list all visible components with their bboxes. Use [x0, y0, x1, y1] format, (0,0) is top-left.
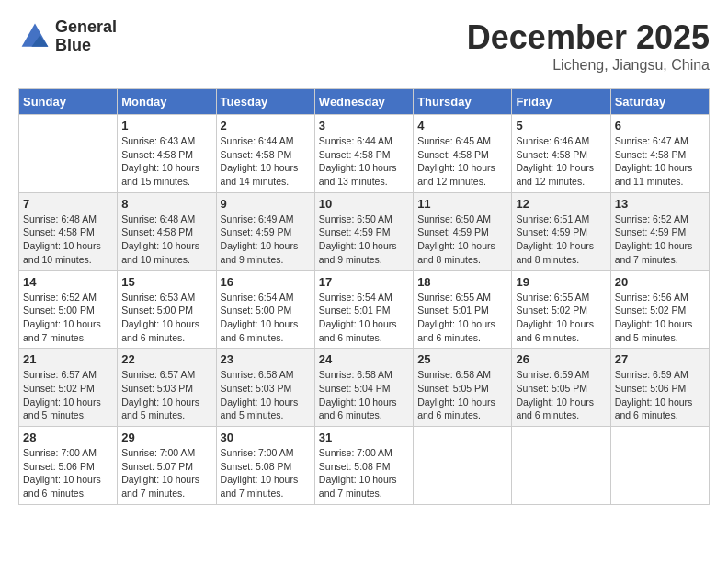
- location: Licheng, Jiangsu, China: [467, 57, 710, 74]
- weekday-header-friday: Friday: [512, 89, 610, 115]
- day-info: Sunrise: 6:46 AM Sunset: 4:58 PM Dayligh…: [516, 134, 606, 189]
- calendar-cell: 24Sunrise: 6:58 AM Sunset: 5:04 PM Dayli…: [314, 349, 413, 427]
- day-number: 20: [615, 275, 705, 289]
- calendar-cell: [610, 427, 709, 505]
- day-number: 23: [221, 352, 311, 366]
- weekday-header-wednesday: Wednesday: [314, 89, 413, 115]
- logo-line1: General: [55, 18, 117, 37]
- day-info: Sunrise: 6:45 AM Sunset: 4:58 PM Dayligh…: [417, 134, 507, 189]
- day-info: Sunrise: 6:58 AM Sunset: 5:03 PM Dayligh…: [221, 368, 311, 422]
- week-row-1: 1Sunrise: 6:43 AM Sunset: 4:58 PM Daylig…: [19, 115, 710, 193]
- day-info: Sunrise: 6:51 AM Sunset: 4:59 PM Dayligh…: [516, 213, 606, 267]
- day-number: 7: [23, 197, 113, 211]
- day-info: Sunrise: 6:54 AM Sunset: 5:01 PM Dayligh…: [319, 291, 409, 345]
- day-number: 3: [319, 119, 409, 132]
- calendar-cell: 5Sunrise: 6:46 AM Sunset: 4:58 PM Daylig…: [512, 115, 610, 193]
- logo-icon: [18, 20, 51, 53]
- day-info: Sunrise: 6:44 AM Sunset: 4:58 PM Dayligh…: [319, 134, 409, 189]
- day-number: 13: [615, 197, 705, 211]
- calendar-cell: 8Sunrise: 6:48 AM Sunset: 4:58 PM Daylig…: [118, 192, 216, 270]
- calendar-cell: 9Sunrise: 6:49 AM Sunset: 4:59 PM Daylig…: [216, 192, 314, 270]
- calendar-cell: 16Sunrise: 6:54 AM Sunset: 5:00 PM Dayli…: [216, 270, 314, 349]
- calendar-table: SundayMondayTuesdayWednesdayThursdayFrid…: [18, 88, 710, 505]
- calendar-cell: 26Sunrise: 6:59 AM Sunset: 5:05 PM Dayli…: [512, 349, 610, 427]
- day-number: 24: [319, 352, 409, 366]
- day-number: 30: [221, 431, 311, 444]
- day-number: 9: [221, 197, 311, 211]
- day-info: Sunrise: 6:57 AM Sunset: 5:03 PM Dayligh…: [121, 368, 211, 422]
- weekday-header-tuesday: Tuesday: [216, 89, 314, 115]
- week-row-4: 21Sunrise: 6:57 AM Sunset: 5:02 PM Dayli…: [19, 349, 710, 427]
- day-number: 6: [615, 119, 705, 132]
- day-number: 27: [615, 352, 705, 366]
- calendar-cell: 6Sunrise: 6:47 AM Sunset: 4:58 PM Daylig…: [610, 115, 709, 193]
- page-header: General Blue December 2025 Licheng, Jian…: [18, 18, 710, 74]
- title-block: December 2025 Licheng, Jiangsu, China: [467, 18, 710, 74]
- calendar-cell: [414, 427, 512, 505]
- weekday-header-sunday: Sunday: [19, 89, 118, 115]
- calendar-cell: 12Sunrise: 6:51 AM Sunset: 4:59 PM Dayli…: [512, 192, 610, 270]
- day-number: 14: [23, 275, 113, 289]
- day-info: Sunrise: 7:00 AM Sunset: 5:08 PM Dayligh…: [319, 446, 409, 500]
- day-info: Sunrise: 7:00 AM Sunset: 5:08 PM Dayligh…: [221, 446, 311, 500]
- calendar-cell: 4Sunrise: 6:45 AM Sunset: 4:58 PM Daylig…: [414, 115, 512, 193]
- day-info: Sunrise: 6:56 AM Sunset: 5:02 PM Dayligh…: [615, 291, 705, 345]
- week-row-2: 7Sunrise: 6:48 AM Sunset: 4:58 PM Daylig…: [19, 192, 710, 270]
- day-number: 18: [417, 275, 507, 289]
- day-info: Sunrise: 7:00 AM Sunset: 5:07 PM Dayligh…: [121, 446, 211, 500]
- day-info: Sunrise: 6:49 AM Sunset: 4:59 PM Dayligh…: [221, 213, 311, 267]
- calendar-cell: 17Sunrise: 6:54 AM Sunset: 5:01 PM Dayli…: [314, 270, 413, 349]
- day-number: 12: [516, 197, 606, 211]
- day-info: Sunrise: 6:50 AM Sunset: 4:59 PM Dayligh…: [417, 213, 507, 267]
- day-number: 4: [417, 119, 507, 132]
- calendar-cell: 11Sunrise: 6:50 AM Sunset: 4:59 PM Dayli…: [414, 192, 512, 270]
- day-info: Sunrise: 6:59 AM Sunset: 5:05 PM Dayligh…: [516, 368, 606, 422]
- calendar-cell: 19Sunrise: 6:55 AM Sunset: 5:02 PM Dayli…: [512, 270, 610, 349]
- day-number: 11: [417, 197, 507, 211]
- day-info: Sunrise: 6:57 AM Sunset: 5:02 PM Dayligh…: [23, 368, 113, 422]
- day-info: Sunrise: 6:58 AM Sunset: 5:04 PM Dayligh…: [319, 368, 409, 422]
- calendar-cell: 30Sunrise: 7:00 AM Sunset: 5:08 PM Dayli…: [216, 427, 314, 505]
- calendar-cell: 3Sunrise: 6:44 AM Sunset: 4:58 PM Daylig…: [314, 115, 413, 193]
- calendar-cell: 27Sunrise: 6:59 AM Sunset: 5:06 PM Dayli…: [610, 349, 709, 427]
- day-info: Sunrise: 6:53 AM Sunset: 5:00 PM Dayligh…: [121, 291, 211, 345]
- calendar-cell: 20Sunrise: 6:56 AM Sunset: 5:02 PM Dayli…: [610, 270, 709, 349]
- week-row-5: 28Sunrise: 7:00 AM Sunset: 5:06 PM Dayli…: [19, 427, 710, 505]
- day-info: Sunrise: 6:55 AM Sunset: 5:02 PM Dayligh…: [516, 291, 606, 345]
- calendar-cell: 7Sunrise: 6:48 AM Sunset: 4:58 PM Daylig…: [19, 192, 118, 270]
- calendar-cell: 2Sunrise: 6:44 AM Sunset: 4:58 PM Daylig…: [216, 115, 314, 193]
- day-number: 2: [221, 119, 311, 132]
- day-info: Sunrise: 6:52 AM Sunset: 4:59 PM Dayligh…: [615, 213, 705, 267]
- logo-line2: Blue: [55, 37, 117, 55]
- day-info: Sunrise: 6:50 AM Sunset: 4:59 PM Dayligh…: [319, 213, 409, 267]
- calendar-cell: 28Sunrise: 7:00 AM Sunset: 5:06 PM Dayli…: [19, 427, 118, 505]
- day-info: Sunrise: 6:48 AM Sunset: 4:58 PM Dayligh…: [121, 213, 211, 267]
- calendar-cell: 18Sunrise: 6:55 AM Sunset: 5:01 PM Dayli…: [414, 270, 512, 349]
- day-info: Sunrise: 6:52 AM Sunset: 5:00 PM Dayligh…: [23, 291, 113, 345]
- day-info: Sunrise: 6:43 AM Sunset: 4:58 PM Dayligh…: [121, 134, 211, 189]
- calendar-cell: 31Sunrise: 7:00 AM Sunset: 5:08 PM Dayli…: [314, 427, 413, 505]
- logo-text: General Blue: [55, 18, 117, 55]
- day-number: 28: [23, 431, 113, 444]
- calendar-cell: 22Sunrise: 6:57 AM Sunset: 5:03 PM Dayli…: [118, 349, 216, 427]
- weekday-header-monday: Monday: [118, 89, 216, 115]
- calendar-cell: 23Sunrise: 6:58 AM Sunset: 5:03 PM Dayli…: [216, 349, 314, 427]
- day-number: 21: [23, 352, 113, 366]
- calendar-cell: 10Sunrise: 6:50 AM Sunset: 4:59 PM Dayli…: [314, 192, 413, 270]
- calendar-cell: 21Sunrise: 6:57 AM Sunset: 5:02 PM Dayli…: [19, 349, 118, 427]
- calendar-cell: 29Sunrise: 7:00 AM Sunset: 5:07 PM Dayli…: [118, 427, 216, 505]
- day-number: 8: [121, 197, 211, 211]
- day-number: 19: [516, 275, 606, 289]
- logo: General Blue: [18, 18, 117, 55]
- day-number: 17: [319, 275, 409, 289]
- calendar-cell: [19, 115, 118, 193]
- weekday-header-row: SundayMondayTuesdayWednesdayThursdayFrid…: [19, 89, 710, 115]
- day-number: 10: [319, 197, 409, 211]
- day-info: Sunrise: 6:55 AM Sunset: 5:01 PM Dayligh…: [417, 291, 507, 345]
- day-number: 16: [221, 275, 311, 289]
- day-info: Sunrise: 6:47 AM Sunset: 4:58 PM Dayligh…: [615, 134, 705, 189]
- calendar-cell: [512, 427, 610, 505]
- day-number: 1: [121, 119, 211, 132]
- day-info: Sunrise: 6:44 AM Sunset: 4:58 PM Dayligh…: [221, 134, 311, 189]
- day-number: 31: [319, 431, 409, 444]
